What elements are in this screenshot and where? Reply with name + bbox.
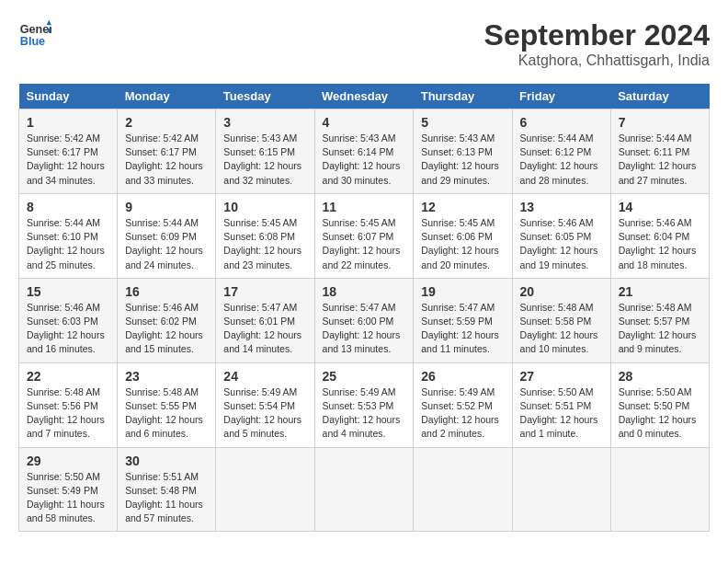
day-number: 30: [125, 454, 208, 468]
day-number: 14: [619, 200, 701, 214]
col-header-saturday: Saturday: [610, 84, 709, 109]
calendar-cell: 20 Sunrise: 5:48 AM Sunset: 5:58 PM Dayl…: [512, 278, 610, 362]
day-info: Sunrise: 5:44 AM Sunset: 6:10 PM Dayligh…: [27, 216, 109, 272]
day-info: Sunrise: 5:48 AM Sunset: 5:58 PM Dayligh…: [520, 301, 603, 357]
col-header-friday: Friday: [512, 84, 610, 109]
calendar-cell: 7 Sunrise: 5:44 AM Sunset: 6:11 PM Dayli…: [610, 109, 709, 194]
calendar-cell: 1 Sunrise: 5:42 AM Sunset: 6:17 PM Dayli…: [19, 109, 118, 194]
day-info: Sunrise: 5:42 AM Sunset: 6:17 PM Dayligh…: [125, 132, 208, 188]
calendar-cell: [216, 447, 314, 532]
day-number: 21: [619, 284, 701, 299]
col-header-sunday: Sunday: [19, 84, 118, 109]
col-header-thursday: Thursday: [414, 84, 512, 109]
day-info: Sunrise: 5:45 AM Sunset: 6:07 PM Dayligh…: [323, 216, 406, 272]
day-number: 18: [323, 284, 406, 299]
day-number: 15: [27, 284, 109, 299]
day-info: Sunrise: 5:42 AM Sunset: 6:17 PM Dayligh…: [27, 132, 109, 188]
logo-icon: General Blue: [18, 18, 51, 52]
calendar-cell: 3 Sunrise: 5:43 AM Sunset: 6:15 PM Dayli…: [216, 109, 314, 194]
day-number: 16: [125, 284, 208, 299]
calendar-cell: 4 Sunrise: 5:43 AM Sunset: 6:14 PM Dayli…: [314, 109, 414, 194]
week-row-5: 29 Sunrise: 5:50 AM Sunset: 5:49 PM Dayl…: [19, 447, 710, 532]
day-number: 4: [323, 115, 406, 130]
calendar-cell: 18 Sunrise: 5:47 AM Sunset: 6:00 PM Dayl…: [314, 278, 414, 362]
calendar-cell: 10 Sunrise: 5:45 AM Sunset: 6:08 PM Dayl…: [216, 193, 314, 278]
header-row: SundayMondayTuesdayWednesdayThursdayFrid…: [19, 84, 710, 109]
day-number: 2: [125, 115, 208, 130]
week-row-3: 15 Sunrise: 5:46 AM Sunset: 6:03 PM Dayl…: [19, 278, 710, 362]
calendar-cell: 16 Sunrise: 5:46 AM Sunset: 6:02 PM Dayl…: [118, 278, 216, 362]
day-number: 24: [223, 369, 306, 384]
day-info: Sunrise: 5:43 AM Sunset: 6:15 PM Dayligh…: [223, 132, 306, 188]
calendar-cell: 9 Sunrise: 5:44 AM Sunset: 6:09 PM Dayli…: [118, 193, 216, 278]
calendar-cell: 11 Sunrise: 5:45 AM Sunset: 6:07 PM Dayl…: [314, 193, 414, 278]
calendar-cell: 6 Sunrise: 5:44 AM Sunset: 6:12 PM Dayli…: [512, 109, 610, 194]
day-info: Sunrise: 5:51 AM Sunset: 5:48 PM Dayligh…: [125, 470, 208, 526]
day-number: 27: [520, 369, 603, 384]
day-info: Sunrise: 5:48 AM Sunset: 5:55 PM Dayligh…: [125, 385, 208, 442]
day-info: Sunrise: 5:49 AM Sunset: 5:54 PM Dayligh…: [223, 385, 306, 442]
calendar-cell: 14 Sunrise: 5:46 AM Sunset: 6:04 PM Dayl…: [610, 193, 709, 278]
calendar-cell: [414, 447, 512, 532]
calendar-cell: [314, 447, 414, 532]
day-number: 5: [421, 115, 504, 130]
title-block: September 2024 Katghora, Chhattisgarh, I…: [484, 18, 710, 69]
day-number: 26: [421, 369, 504, 384]
col-header-wednesday: Wednesday: [314, 84, 414, 109]
month-title: September 2024: [484, 18, 710, 52]
day-info: Sunrise: 5:45 AM Sunset: 6:06 PM Dayligh…: [421, 216, 504, 272]
day-info: Sunrise: 5:48 AM Sunset: 5:56 PM Dayligh…: [27, 385, 109, 442]
day-info: Sunrise: 5:44 AM Sunset: 6:11 PM Dayligh…: [619, 132, 701, 188]
day-number: 23: [125, 369, 208, 384]
day-number: 28: [619, 369, 701, 384]
day-info: Sunrise: 5:50 AM Sunset: 5:51 PM Dayligh…: [520, 385, 603, 442]
day-info: Sunrise: 5:46 AM Sunset: 6:02 PM Dayligh…: [125, 301, 208, 357]
calendar-cell: 26 Sunrise: 5:49 AM Sunset: 5:52 PM Dayl…: [414, 362, 512, 447]
day-info: Sunrise: 5:43 AM Sunset: 6:13 PM Dayligh…: [421, 132, 504, 188]
calendar-cell: 24 Sunrise: 5:49 AM Sunset: 5:54 PM Dayl…: [216, 362, 314, 447]
day-number: 8: [27, 200, 109, 214]
day-info: Sunrise: 5:47 AM Sunset: 6:00 PM Dayligh…: [323, 301, 406, 357]
calendar-cell: [610, 447, 709, 532]
day-number: 22: [27, 369, 109, 384]
calendar-cell: 23 Sunrise: 5:48 AM Sunset: 5:55 PM Dayl…: [118, 362, 216, 447]
day-number: 29: [27, 454, 109, 468]
location: Katghora, Chhattisgarh, India: [484, 52, 710, 69]
logo: General Blue: [18, 18, 51, 52]
calendar-cell: 30 Sunrise: 5:51 AM Sunset: 5:48 PM Dayl…: [118, 447, 216, 532]
calendar-cell: 12 Sunrise: 5:45 AM Sunset: 6:06 PM Dayl…: [414, 193, 512, 278]
page-header: General Blue September 2024 Katghora, Ch…: [18, 18, 710, 69]
day-info: Sunrise: 5:47 AM Sunset: 5:59 PM Dayligh…: [421, 301, 504, 357]
day-info: Sunrise: 5:47 AM Sunset: 6:01 PM Dayligh…: [223, 301, 306, 357]
week-row-2: 8 Sunrise: 5:44 AM Sunset: 6:10 PM Dayli…: [19, 193, 710, 278]
week-row-1: 1 Sunrise: 5:42 AM Sunset: 6:17 PM Dayli…: [19, 109, 710, 194]
day-info: Sunrise: 5:46 AM Sunset: 6:04 PM Dayligh…: [619, 216, 701, 272]
day-info: Sunrise: 5:49 AM Sunset: 5:53 PM Dayligh…: [323, 385, 406, 442]
day-info: Sunrise: 5:50 AM Sunset: 5:50 PM Dayligh…: [619, 385, 701, 442]
calendar-cell: 21 Sunrise: 5:48 AM Sunset: 5:57 PM Dayl…: [610, 278, 709, 362]
day-number: 3: [223, 115, 306, 130]
calendar-cell: 19 Sunrise: 5:47 AM Sunset: 5:59 PM Dayl…: [414, 278, 512, 362]
calendar-cell: 5 Sunrise: 5:43 AM Sunset: 6:13 PM Dayli…: [414, 109, 512, 194]
day-info: Sunrise: 5:48 AM Sunset: 5:57 PM Dayligh…: [619, 301, 701, 357]
day-number: 20: [520, 284, 603, 299]
svg-text:Blue: Blue: [20, 35, 45, 48]
day-number: 19: [421, 284, 504, 299]
calendar-cell: 27 Sunrise: 5:50 AM Sunset: 5:51 PM Dayl…: [512, 362, 610, 447]
day-info: Sunrise: 5:50 AM Sunset: 5:49 PM Dayligh…: [27, 470, 109, 526]
day-info: Sunrise: 5:44 AM Sunset: 6:12 PM Dayligh…: [520, 132, 603, 188]
day-info: Sunrise: 5:46 AM Sunset: 6:03 PM Dayligh…: [27, 301, 109, 357]
calendar-cell: 28 Sunrise: 5:50 AM Sunset: 5:50 PM Dayl…: [610, 362, 709, 447]
day-number: 6: [520, 115, 603, 130]
calendar-cell: 22 Sunrise: 5:48 AM Sunset: 5:56 PM Dayl…: [19, 362, 118, 447]
day-number: 10: [223, 200, 306, 214]
day-info: Sunrise: 5:46 AM Sunset: 6:05 PM Dayligh…: [520, 216, 603, 272]
week-row-4: 22 Sunrise: 5:48 AM Sunset: 5:56 PM Dayl…: [19, 362, 710, 447]
calendar-cell: 25 Sunrise: 5:49 AM Sunset: 5:53 PM Dayl…: [314, 362, 414, 447]
day-number: 1: [27, 115, 109, 130]
day-number: 12: [421, 200, 504, 214]
day-number: 11: [323, 200, 406, 214]
day-number: 17: [223, 284, 306, 299]
day-info: Sunrise: 5:43 AM Sunset: 6:14 PM Dayligh…: [323, 132, 406, 188]
calendar-cell: [512, 447, 610, 532]
